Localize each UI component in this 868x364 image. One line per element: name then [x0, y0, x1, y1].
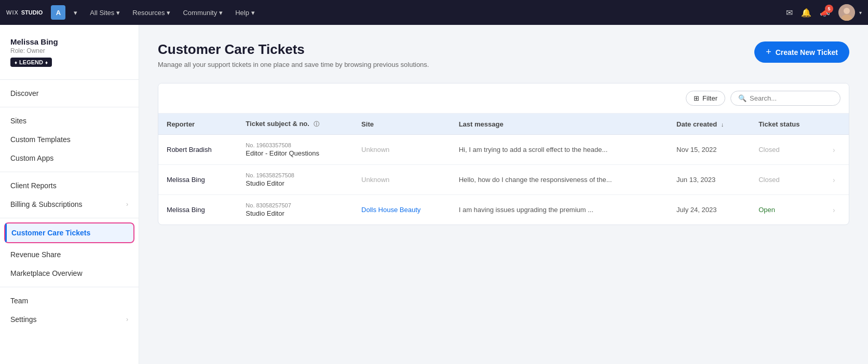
notification-badge: 5	[825, 5, 833, 13]
info-icon[interactable]: ⓘ	[314, 121, 319, 127]
nav-icon-group: ✉ 🔔 📣 5	[786, 8, 830, 18]
filter-button[interactable]: ⊞ Filter	[686, 91, 725, 106]
col-date-created: Date created ↓	[668, 114, 750, 135]
date-created-cell: July 24, 2023	[668, 195, 750, 225]
last-message-cell: Hi, I am trying to add a scroll effect t…	[451, 135, 668, 165]
reporter-name: Robert Bradish	[167, 146, 229, 153]
bell-icon[interactable]: 🔔	[801, 8, 811, 18]
row-arrow-cell[interactable]: ›	[824, 165, 849, 195]
date-created-cell: Jun 13, 2023	[668, 165, 750, 195]
create-btn-label: Create New Ticket	[776, 48, 838, 57]
sidebar-item-custom-templates[interactable]: Custom Templates	[0, 130, 139, 149]
date-value: Nov 15, 2022	[676, 146, 716, 153]
sidebar-item-marketplace-overview[interactable]: Marketplace Overview	[0, 264, 139, 283]
table-row: Robert BradishNo. 19603357508Editor - Ed…	[158, 135, 849, 165]
nav-help[interactable]: Help ▾	[231, 7, 259, 19]
sidebar-item-sites[interactable]: Sites	[0, 111, 139, 130]
sidebar-item-revenue-share[interactable]: Revenue Share	[0, 245, 139, 264]
avatar-image	[838, 4, 855, 21]
page-title: Customer Care Tickets	[158, 41, 429, 58]
last-message-text: Hello, how do I change the responsivenes…	[459, 176, 612, 184]
sidebar-item-settings[interactable]: Settings ›	[0, 310, 139, 329]
col-arrow	[824, 114, 849, 135]
user-avatar[interactable]	[838, 4, 855, 21]
table-row: Melissa BingNo. 83058257507Studio Editor…	[158, 195, 849, 225]
badge-label: LEGEND	[19, 59, 43, 65]
chevron-right-icon[interactable]: ›	[833, 146, 835, 154]
nav-all-sites[interactable]: All Sites ▾	[86, 7, 124, 19]
diamond-left-icon: ♦	[15, 60, 17, 65]
last-message-text: I am having issues upgrading the premium…	[459, 206, 593, 214]
sort-arrow-icon[interactable]: ↓	[721, 121, 724, 128]
site-cell[interactable]: Dolls House Beauty	[353, 195, 451, 225]
sidebar-item-label: Custom Apps	[10, 154, 53, 162]
user-name: Melissa Bing	[10, 37, 128, 46]
chevron-right-icon[interactable]: ›	[833, 206, 835, 214]
chevron-right-icon[interactable]: ›	[833, 176, 835, 184]
sidebar-item-label: Settings	[10, 315, 37, 324]
tickets-table: Reporter Ticket subject & no. ⓘ Site Las…	[158, 114, 849, 225]
brand-logo: WIX STUDIO	[6, 9, 43, 16]
site-cell: Unknown	[353, 135, 451, 165]
row-arrow-cell[interactable]: ›	[824, 195, 849, 225]
sidebar-item-billing[interactable]: Billing & Subscriptions ›	[0, 195, 139, 214]
status-badge: Closed	[758, 146, 779, 153]
page-header: Customer Care Tickets Manage all your su…	[158, 41, 849, 68]
col-reporter: Reporter	[158, 114, 237, 135]
sidebar-divider-4	[0, 218, 139, 218]
workspace-avatar[interactable]: A	[51, 5, 65, 20]
page-subtitle: Manage all your support tickets in one p…	[158, 61, 429, 68]
sidebar-user-info: Melissa Bing Role: Owner ♦ LEGEND ♦	[0, 33, 139, 75]
site-value: Unknown	[361, 146, 389, 153]
ticket-number: No. 83058257507	[246, 202, 345, 208]
logo-studio: STUDIO	[21, 9, 43, 16]
nav-community[interactable]: Community ▾	[179, 7, 227, 19]
user-badge: ♦ LEGEND ♦	[10, 58, 52, 67]
ticket-number: No. 19603357508	[246, 142, 345, 148]
col-ticket-status: Ticket status	[750, 114, 824, 135]
ticket-subject-cell: No. 83058257507Studio Editor	[237, 195, 353, 225]
reporter-cell: Melissa Bing	[158, 195, 237, 225]
search-icon: 🔍	[738, 94, 747, 102]
last-message-cell: I am having issues upgrading the premium…	[451, 195, 668, 225]
app-layout: Melissa Bing Role: Owner ♦ LEGEND ♦ Disc…	[0, 0, 868, 364]
sidebar-item-label: Marketplace Overview	[10, 269, 83, 277]
sidebar-item-discover[interactable]: Discover	[0, 84, 139, 103]
table-body: Robert BradishNo. 19603357508Editor - Ed…	[158, 135, 849, 225]
megaphone-icon[interactable]: 📣 5	[820, 8, 830, 18]
chevron-down-icon[interactable]: ▾	[70, 7, 82, 19]
ticket-subject-cell: No. 19603357508Editor - Editor Questions	[237, 135, 353, 165]
svg-point-1	[844, 8, 850, 14]
sidebar-item-client-reports[interactable]: Client Reports	[0, 176, 139, 195]
page-header-text: Customer Care Tickets Manage all your su…	[158, 41, 429, 68]
tickets-toolbar: ⊞ Filter 🔍	[158, 83, 849, 114]
ticket-subject-cell: No. 196358257508Studio Editor	[237, 165, 353, 195]
chevron-right-icon: ›	[126, 316, 128, 323]
logo-wix: WIX	[6, 9, 19, 16]
sidebar-item-label: Sites	[10, 117, 26, 125]
sidebar-item-customer-care-tickets[interactable]: Customer Care Tickets	[4, 222, 134, 243]
sidebar-item-team[interactable]: Team	[0, 291, 139, 310]
reporter-name: Melissa Bing	[167, 206, 229, 214]
search-input[interactable]	[750, 94, 833, 102]
status-cell: Open	[750, 195, 824, 225]
sidebar-item-custom-apps[interactable]: Custom Apps	[0, 149, 139, 167]
create-new-ticket-button[interactable]: + Create New Ticket	[754, 41, 849, 63]
row-arrow-cell[interactable]: ›	[824, 135, 849, 165]
sidebar-item-label: Team	[10, 297, 28, 305]
status-cell: Closed	[750, 165, 824, 195]
date-created-cell: Nov 15, 2022	[668, 135, 750, 165]
search-box: 🔍	[730, 91, 840, 106]
chat-icon[interactable]: ✉	[786, 8, 793, 18]
sidebar-item-label: Billing & Subscriptions	[10, 200, 83, 208]
plus-icon: +	[766, 47, 771, 58]
nav-resources[interactable]: Resources ▾	[128, 7, 174, 19]
top-navigation: WIX STUDIO A ▾ All Sites ▾ Resources ▾ C…	[0, 0, 868, 25]
sidebar-divider-2	[0, 107, 139, 107]
ticket-subject: Studio Editor	[246, 209, 345, 217]
reporter-cell: Robert Bradish	[158, 135, 237, 165]
user-chevron-icon[interactable]: ▾	[859, 10, 862, 16]
ticket-subject: Studio Editor	[246, 179, 345, 187]
site-link[interactable]: Dolls House Beauty	[361, 206, 421, 214]
ticket-number: No. 196358257508	[246, 172, 345, 178]
